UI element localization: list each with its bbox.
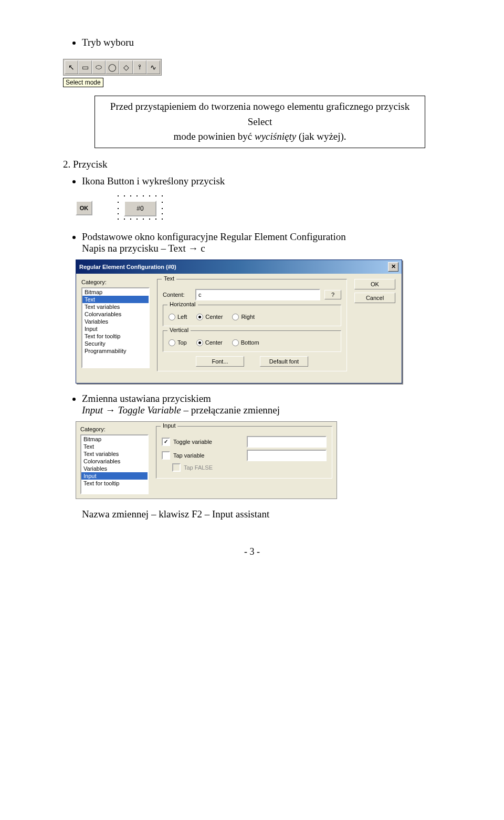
- list-item[interactable]: Text for tooltip: [81, 480, 148, 487]
- list-item[interactable]: Bitmap: [82, 288, 149, 296]
- category-label-2: Category:: [80, 426, 149, 432]
- horizontal-groupbox: Horizontal Left Center Right: [163, 305, 341, 326]
- note-box: Przed przystąpieniem do tworzenia nowego…: [94, 96, 425, 148]
- section-2-heading: 2. Przycisk: [63, 159, 441, 170]
- list-item[interactable]: Colorvariables: [82, 310, 149, 318]
- list-item[interactable]: Variables: [81, 465, 148, 472]
- vertical-groupbox: Vertical Top Center Bottom: [163, 330, 341, 352]
- dialog-title: Regular Element Configuration (#0): [79, 264, 176, 270]
- ok-button[interactable]: OK: [354, 279, 395, 289]
- button-sketch: #0: [113, 192, 166, 224]
- tap-variable-checkbox[interactable]: Tap variable: [162, 451, 204, 460]
- category-label: Category:: [81, 279, 150, 285]
- tool-select-mode-icon[interactable]: ↖: [65, 60, 78, 74]
- list-item[interactable]: Text variables: [82, 303, 149, 310]
- list-item[interactable]: Colorvariables: [81, 458, 148, 465]
- toggle-variable-checkbox[interactable]: Toggle variable: [162, 438, 212, 446]
- category-listbox-2[interactable]: Bitmap Text Text variables Colorvariable…: [80, 434, 149, 494]
- tool-curve-icon[interactable]: ∿: [146, 60, 160, 74]
- text-groupbox: Text Content: c ? Horizontal Left Center…: [157, 279, 347, 371]
- bullet-ikona-button: Ikona Button i wykreślony przycisk: [82, 175, 441, 187]
- sketched-button[interactable]: #0: [124, 201, 156, 216]
- list-item[interactable]: Input: [81, 472, 148, 480]
- radio-left[interactable]: Left: [169, 314, 187, 320]
- content-label: Content:: [163, 292, 191, 298]
- bullet-zmienna-ustawiana: Zmienna ustawiana przyciskiem Input → To…: [82, 393, 441, 416]
- tool-rect-icon[interactable]: ▭: [78, 60, 92, 74]
- help-button[interactable]: ?: [324, 290, 341, 299]
- category-listbox[interactable]: Bitmap Text Text variables Colorvariable…: [81, 287, 150, 368]
- tool-ellipse-icon[interactable]: ◯: [106, 60, 119, 74]
- radio-center-v[interactable]: Center: [196, 339, 223, 346]
- input-groupbox: Input Toggle variable Tap variable Tap F…: [156, 426, 332, 479]
- tool-line-icon[interactable]: ⫯: [133, 60, 146, 74]
- radio-center-h[interactable]: Center: [196, 314, 223, 320]
- list-item[interactable]: Bitmap: [81, 435, 148, 443]
- list-item[interactable]: Input: [82, 325, 149, 333]
- tap-variable-field[interactable]: [247, 450, 327, 461]
- input-config-panel: Category: Bitmap Text Text variables Col…: [76, 421, 337, 499]
- bullet-tryb-wyboru: Tryb wyboru: [82, 37, 441, 48]
- tooltip-select-mode: Select mode: [63, 78, 103, 87]
- list-item[interactable]: Text for tooltip: [82, 333, 149, 340]
- cancel-button[interactable]: Cancel: [354, 293, 395, 303]
- radio-right[interactable]: Right: [232, 314, 255, 320]
- list-item[interactable]: Variables: [82, 318, 149, 325]
- content-field[interactable]: c: [195, 289, 320, 300]
- nazwa-zmiennej-text: Nazwa zmiennej – klawisz F2 – Input assi…: [82, 508, 441, 520]
- list-item[interactable]: Text: [81, 443, 148, 450]
- toolbar-figure: ↖ ▭ ⬭ ◯ ◇ ⫯ ∿ Select mode: [63, 59, 162, 87]
- dialog-titlebar: Regular Element Configuration (#0) ✕: [76, 260, 402, 274]
- radio-top[interactable]: Top: [169, 339, 187, 346]
- tool-polygon-icon[interactable]: ◇: [119, 60, 133, 74]
- list-item[interactable]: Text variables: [81, 450, 148, 458]
- tool-roundrect-icon[interactable]: ⬭: [92, 60, 106, 74]
- toggle-variable-field[interactable]: [247, 436, 327, 448]
- regular-element-config-dialog: Regular Element Configuration (#0) ✕ Cat…: [76, 260, 402, 383]
- close-icon[interactable]: ✕: [388, 262, 398, 272]
- toolbar: ↖ ▭ ⬭ ◯ ◇ ⫯ ∿: [63, 59, 162, 76]
- bullet-podstawowe-okno: Podstawowe okno konfiguracyjne Regular E…: [82, 231, 441, 254]
- list-item[interactable]: Programmability: [82, 347, 149, 355]
- tap-false-checkbox: Tap FALSE: [172, 463, 213, 472]
- default-font-button[interactable]: Default font: [260, 356, 308, 367]
- font-button[interactable]: Font...: [196, 356, 244, 367]
- list-item[interactable]: Text: [82, 296, 149, 303]
- ok-icon-button[interactable]: OK: [76, 201, 92, 215]
- list-item[interactable]: Security: [82, 340, 149, 347]
- page-number: - 3 -: [63, 546, 441, 557]
- radio-bottom[interactable]: Bottom: [232, 339, 259, 346]
